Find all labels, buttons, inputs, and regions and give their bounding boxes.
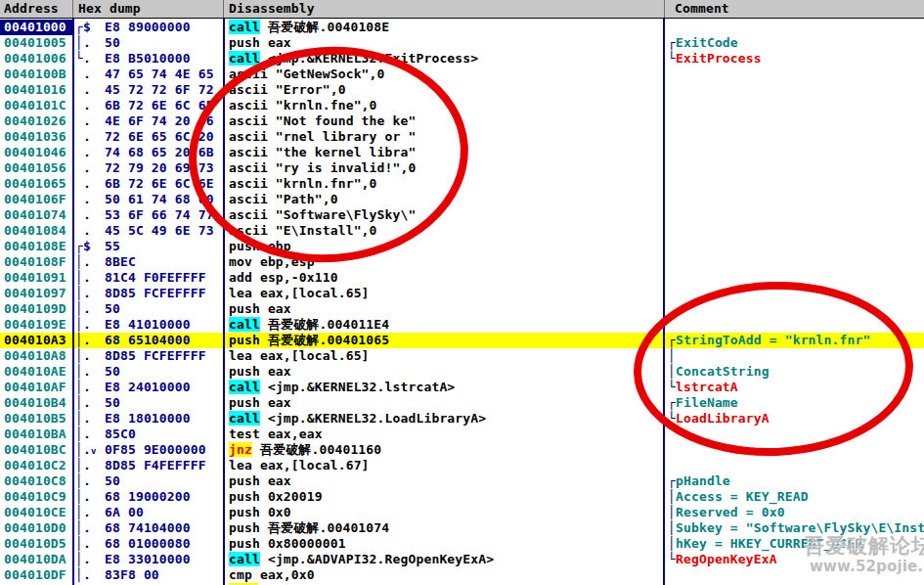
disassembly-cell[interactable]: ascii "E\Install",0 [225,223,664,239]
disassembly-cell[interactable]: push eax [225,395,664,411]
address-cell[interactable]: 0040108F [0,254,72,270]
disassembly-cell[interactable]: push eax [225,473,664,489]
address-cell[interactable]: 004010B4 [0,395,72,411]
table-row[interactable]: 00401026 .4E 6F 74 20 66ascii "Not found… [0,113,924,129]
hex-dump-cell[interactable]: │.83F8 00 [73,567,223,583]
disassembly-cell[interactable]: push eax [225,364,664,380]
disassembly-cell[interactable]: add esp,-0x110 [225,270,664,286]
hex-dump-cell[interactable]: ┌$55 [73,239,223,254]
disassembly-cell[interactable]: test eax,eax [225,427,664,442]
comment-cell[interactable]: │ [666,348,924,364]
table-row[interactable]: 004010BA│.85C0test eax,eax [0,427,924,442]
table-row[interactable]: 004010CE│.6A 00push 0x0│Reserved = 0x0 [0,505,924,520]
address-cell[interactable]: 0040109E [0,317,72,333]
header-separator[interactable] [223,0,224,18]
disassembly-cell[interactable]: push ebp [225,239,664,254]
hex-dump-cell[interactable]: │.50 [73,473,223,489]
address-cell[interactable]: 0040101C [0,98,72,113]
comment-cell[interactable]: ┌pHandle [666,473,924,489]
disassembly-cell[interactable]: call 吾爱破解.004011E4 [225,317,664,333]
hex-dump-cell[interactable]: │.50 [73,35,223,51]
hex-dump-cell[interactable]: .45 5C 49 6E 73 [73,223,223,239]
table-row[interactable]: 004010A3│.68 65104000push 吾爱破解.00401065┌… [0,333,924,348]
hex-dump-cell[interactable]: │.68 01000080 [73,536,223,552]
table-row[interactable]: 004010C8│.50push eax┌pHandle [0,473,924,489]
address-cell[interactable]: 00401091 [0,270,72,286]
header-separator[interactable] [72,0,73,18]
disassembly-cell[interactable]: call <jmp.&KERNEL32.LoadLibraryA> [225,411,664,427]
comment-cell[interactable]: │Subkey = "Software\FlySky\E\Inst [666,520,924,536]
hex-dump-cell[interactable]: │.81C4 F0FEFFFF [73,270,223,286]
address-cell[interactable]: 00401097 [0,286,72,301]
hex-dump-cell[interactable]: │.6A 00 [73,505,223,520]
comment-cell[interactable] [666,286,924,301]
comment-cell[interactable] [666,160,924,176]
hex-dump-cell[interactable]: │.68 65104000 [73,333,223,348]
table-row[interactable]: 004010AF│.E8 24010000call <jmp.&KERNEL32… [0,380,924,395]
comment-cell[interactable]: ┌StringToAdd = "krnln.fnr" [666,333,924,348]
address-cell[interactable]: 0040106F [0,192,72,207]
address-cell[interactable]: 00401006 [0,51,72,67]
hex-dump-cell[interactable]: .47 65 74 4E 65 [73,67,223,82]
disassembly-cell[interactable]: push 吾爱破解.00401065 [225,333,664,348]
table-row[interactable]: 004010D5│.68 01000080push 0x80000001│hKe… [0,536,924,552]
comment-cell[interactable]: │Access = KEY_READ [666,489,924,505]
hex-dump-cell[interactable]: │.E8 41010000 [73,317,223,333]
address-cell[interactable]: 004010AF [0,380,72,395]
comment-cell[interactable] [666,20,924,35]
address-cell[interactable]: 0040100B [0,67,72,82]
column-header-hex-dump[interactable]: Hex dump [78,1,141,17]
table-row[interactable]: 004010AE│.50push eax│ConcatString [0,364,924,380]
address-cell[interactable]: 00401036 [0,129,72,145]
comment-cell[interactable] [666,207,924,223]
address-cell[interactable]: 004010BC [0,442,72,458]
comment-cell[interactable]: │ConcatString [666,364,924,380]
disassembly-cell[interactable]: call <jmp.&KERNEL32.lstrcatA> [225,380,664,395]
disassembly-cell[interactable]: call <jmp.&KERNEL32.ExitProcess> [225,51,664,67]
hex-dump-cell[interactable]: .6B 72 6E 6C 6E [73,98,223,113]
address-cell[interactable]: 004010A8 [0,348,72,364]
table-row[interactable]: 00401000┌$E8 89000000call 吾爱破解.0040108E [0,20,924,35]
column-header-disassembly[interactable]: Disassembly [229,1,315,17]
table-row[interactable]: 0040108F│.8BECmov ebp,esp [0,254,924,270]
table-row[interactable]: 00401056 .72 79 20 69 73ascii "ry is inv… [0,160,924,176]
disassembly-cell[interactable]: push eax [225,301,664,317]
table-row[interactable]: 00401005│.50push eax┌ExitCode [0,35,924,51]
address-cell[interactable]: 004010DA [0,552,72,567]
address-cell[interactable]: 004010D5 [0,536,72,552]
address-cell[interactable]: 004010B5 [0,411,72,427]
address-cell[interactable]: 00401084 [0,223,72,239]
address-cell[interactable]: 00401000 [0,20,72,35]
hex-dump-cell[interactable]: .53 6F 66 74 77 [73,207,223,223]
comment-cell[interactable] [666,113,924,129]
disassembly-cell[interactable]: ascii "Software\FlySky\" [225,207,664,223]
hex-dump-cell[interactable]: │.50 [73,301,223,317]
comment-cell[interactable] [666,129,924,145]
hex-dump-cell[interactable]: .45 72 72 6F 72 [73,82,223,98]
comment-cell[interactable] [666,270,924,286]
header-separator[interactable] [664,0,665,18]
hex-dump-cell[interactable]: │.8D85 F4FEFFFF [73,458,223,473]
disassembly-cell[interactable]: call 吾爱破解.0040108E [225,20,664,35]
hex-dump-cell[interactable]: │.E8 24010000 [73,380,223,395]
disassembly-cell[interactable]: cmp eax,0x0 [225,567,664,583]
disassembly-cell[interactable]: ascii "ry is invalid!",0 [225,160,664,176]
table-row[interactable]: 0040106F .50 61 74 68 00ascii "Path",0 [0,192,924,207]
table-row[interactable]: 004010C9│.68 19000200push 0x20019│Access… [0,489,924,505]
hex-dump-cell[interactable]: │.68 74104000 [73,520,223,536]
address-cell[interactable]: 00401046 [0,145,72,160]
comment-cell[interactable] [666,67,924,82]
address-cell[interactable]: 004010CE [0,505,72,520]
table-row[interactable]: 004010DF│.83F8 00cmp eax,0x0 [0,567,924,583]
hex-dump-cell[interactable]: │.E8 33010000 [73,552,223,567]
table-row[interactable]: 00401091│.81C4 F0FEFFFFadd esp,-0x110 [0,270,924,286]
comment-cell[interactable]: └RegOpenKeyExA [666,552,924,567]
comment-cell[interactable]: └ExitProcess [666,51,924,67]
address-cell[interactable]: 004010C9 [0,489,72,505]
hex-dump-cell[interactable]: .6B 72 6E 6C 6E [73,176,223,192]
disassembly-cell[interactable]: lea eax,[local.67] [225,458,664,473]
comment-cell[interactable] [666,192,924,207]
disassembly-cell[interactable]: push 0x80000001 [225,536,664,552]
hex-dump-cell[interactable]: │.50 [73,364,223,380]
comment-cell[interactable]: └lstrcatA [666,380,924,395]
